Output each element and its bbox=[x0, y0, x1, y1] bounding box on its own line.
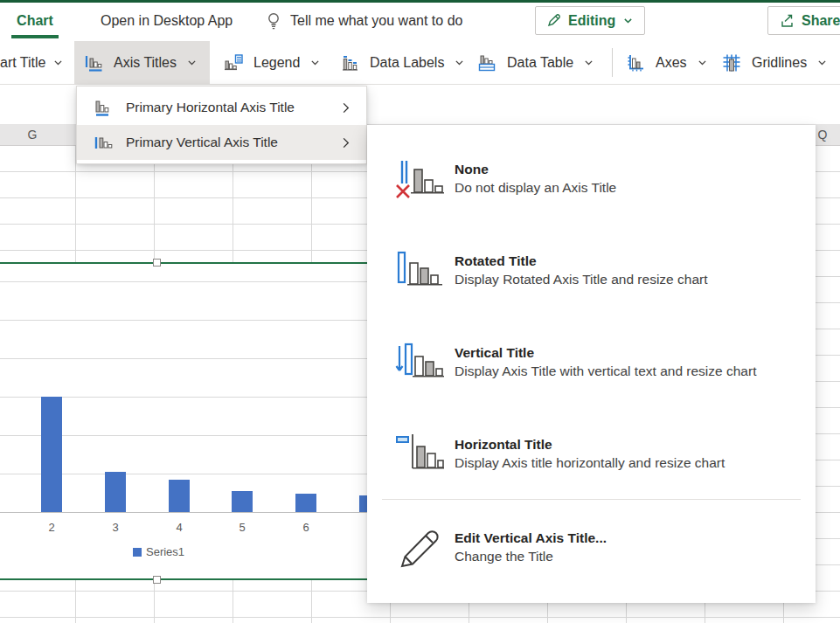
data-table-button[interactable]: Data Table bbox=[468, 41, 603, 84]
tab-chart-label: Chart bbox=[17, 13, 53, 29]
chart-bar bbox=[105, 472, 126, 512]
chart-gridline bbox=[0, 435, 420, 436]
data-labels-icon bbox=[339, 52, 360, 73]
excel-web-app: Chart Open in Desktop App Tell me what y… bbox=[0, 0, 840, 623]
submenu-item-edit-vertical-axis-title[interactable]: Edit Vertical Axis Title... Change the T… bbox=[367, 503, 816, 591]
chart-gridline bbox=[0, 320, 420, 321]
share-icon bbox=[779, 13, 795, 29]
vertical-axis-title-submenu: None Do not display an Axis Title Rotate… bbox=[367, 125, 816, 603]
pencil-icon bbox=[546, 13, 561, 28]
selection-handle-bottom[interactable] bbox=[153, 576, 161, 584]
lightbulb-icon bbox=[265, 11, 282, 31]
horizontal-title-icon bbox=[393, 427, 448, 480]
column-header-g[interactable]: G bbox=[22, 128, 43, 142]
axis-titles-dropdown-menu: Primary Horizontal Axis Title Primary Ve… bbox=[76, 86, 367, 164]
open-in-desktop-app-label: Open in Desktop App bbox=[101, 13, 233, 29]
chevron-down-icon bbox=[816, 57, 828, 68]
gridlines-icon bbox=[721, 52, 742, 73]
legend-swatch bbox=[133, 548, 142, 557]
tab-chart-active-underline bbox=[11, 35, 59, 38]
submenu-item-description: Do not display an Axis Title bbox=[455, 178, 616, 197]
submenu-item-title: Rotated Title bbox=[455, 252, 707, 270]
submenu-item-horizontal-title[interactable]: Horizontal Title Display Axis title hori… bbox=[367, 407, 816, 499]
share-label: Share bbox=[802, 13, 840, 29]
axis-title-none-icon bbox=[393, 152, 448, 204]
menu-item-label: Primary Horizontal Axis Title bbox=[126, 100, 339, 115]
selection-handle-top[interactable] bbox=[153, 259, 161, 267]
chevron-right-icon bbox=[339, 136, 352, 149]
chart-x-tick-label: 2 bbox=[34, 521, 69, 534]
menu-item-primary-vertical-axis-title[interactable]: Primary Vertical Axis Title bbox=[77, 125, 366, 160]
submenu-item-description: Change the Title bbox=[455, 547, 607, 565]
submenu-item-description: Display Rotated Axis Title and resize ch… bbox=[455, 270, 707, 288]
axis-titles-icon bbox=[83, 52, 104, 73]
editing-mode-button[interactable]: Editing bbox=[535, 6, 645, 35]
chevron-down-icon bbox=[697, 57, 708, 68]
submenu-item-title: None bbox=[455, 160, 616, 178]
data-labels-button[interactable]: Data Labels bbox=[330, 41, 474, 84]
gridlines-button[interactable]: Gridlines bbox=[712, 41, 837, 84]
chevron-right-icon bbox=[339, 101, 352, 114]
tell-me-placeholder: Tell me what you want to do bbox=[290, 13, 462, 29]
submenu-item-title: Edit Vertical Axis Title... bbox=[455, 529, 607, 547]
axis-titles-label: Axis Titles bbox=[114, 55, 177, 71]
chevron-down-icon bbox=[454, 57, 465, 68]
chart-x-tick-label: 6 bbox=[288, 521, 323, 534]
editing-label: Editing bbox=[568, 13, 615, 29]
chevron-down-icon bbox=[52, 57, 64, 68]
open-in-desktop-app-button[interactable]: Open in Desktop App bbox=[101, 3, 233, 38]
horizontal-axis-title-icon bbox=[93, 97, 114, 118]
legend-button[interactable]: Legend bbox=[214, 41, 330, 84]
chevron-down-icon bbox=[583, 57, 594, 68]
menu-item-label: Primary Vertical Axis Title bbox=[126, 135, 339, 150]
axes-button[interactable]: Axes bbox=[616, 41, 717, 84]
chart-x-axis-line bbox=[0, 512, 420, 513]
data-table-label: Data Table bbox=[507, 55, 573, 71]
legend-series-label: Series1 bbox=[146, 545, 184, 558]
vertical-title-icon bbox=[393, 336, 448, 388]
chart-bar bbox=[41, 397, 62, 512]
chart-gridline bbox=[0, 474, 420, 474]
submenu-item-description: Display Axis Title with vertical text an… bbox=[455, 362, 756, 380]
chevron-down-icon bbox=[186, 57, 198, 68]
submenu-separator bbox=[382, 499, 801, 500]
submenu-item-title: Horizontal Title bbox=[455, 435, 725, 453]
chart-x-tick-label: 4 bbox=[162, 521, 197, 534]
chart-title-button[interactable]: art Title bbox=[0, 41, 73, 84]
chart-gridline bbox=[0, 358, 420, 359]
chart-title-label: art Title bbox=[0, 55, 45, 71]
submenu-item-description: Display Axis title horizontally and resi… bbox=[455, 453, 725, 472]
legend-icon bbox=[223, 52, 244, 73]
submenu-item-vertical-title[interactable]: Vertical Title Display Axis Title with v… bbox=[367, 315, 816, 407]
chart-bar bbox=[232, 491, 253, 512]
submenu-item-none[interactable]: None Do not display an Axis Title bbox=[367, 132, 816, 224]
axis-titles-button[interactable]: Axis Titles bbox=[74, 41, 210, 84]
chart-bar bbox=[169, 480, 190, 512]
data-table-icon bbox=[476, 52, 497, 73]
top-bar: Chart Open in Desktop App Tell me what y… bbox=[0, 0, 840, 41]
edit-pencil-icon bbox=[393, 521, 448, 573]
chart-gridline bbox=[0, 281, 420, 282]
chart-legend: Series1 bbox=[133, 545, 184, 558]
gridlines-label: Gridlines bbox=[752, 55, 807, 71]
vertical-axis-title-icon bbox=[93, 132, 114, 153]
axes-label: Axes bbox=[656, 55, 687, 71]
ribbon-separator bbox=[612, 48, 613, 77]
menu-item-primary-horizontal-axis-title[interactable]: Primary Horizontal Axis Title bbox=[77, 90, 366, 125]
chart-bar bbox=[295, 494, 316, 512]
axes-icon bbox=[625, 52, 646, 73]
share-button[interactable]: Share bbox=[767, 6, 840, 35]
tab-chart[interactable]: Chart bbox=[11, 3, 59, 38]
embedded-bar-chart[interactable]: 23456 Series1 bbox=[0, 262, 420, 580]
chart-gridline bbox=[0, 397, 420, 398]
submenu-item-title: Vertical Title bbox=[455, 343, 756, 362]
chevron-down-icon bbox=[622, 15, 634, 26]
tell-me-search[interactable]: Tell me what you want to do bbox=[265, 3, 462, 38]
data-labels-label: Data Labels bbox=[370, 55, 444, 71]
legend-label: Legend bbox=[253, 55, 300, 71]
chart-ribbon: art Title Axis Titles bbox=[0, 41, 840, 85]
rotated-title-icon bbox=[393, 244, 448, 296]
chevron-down-icon bbox=[309, 57, 321, 68]
chart-x-tick-label: 3 bbox=[98, 521, 133, 534]
submenu-item-rotated-title[interactable]: Rotated Title Display Rotated Axis Title… bbox=[367, 224, 816, 315]
